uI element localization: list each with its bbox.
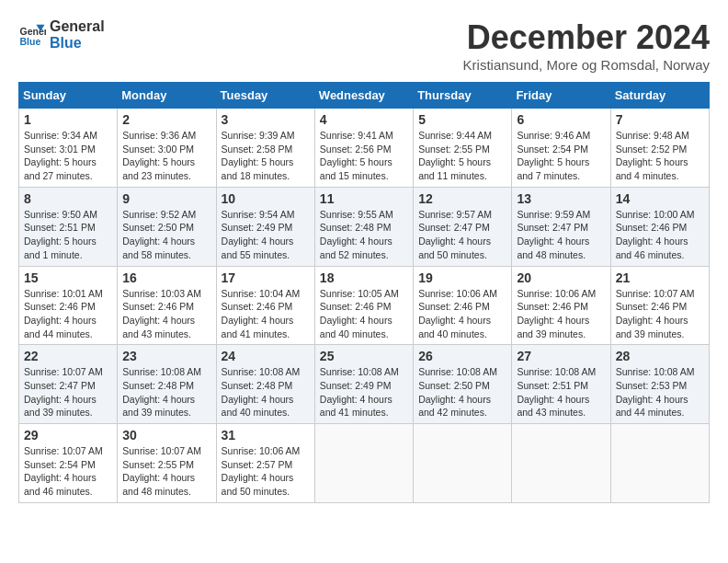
day-info: Sunrise: 9:44 AM Sunset: 2:55 PM Dayligh… [418,129,506,183]
sunset-label: Sunset: 2:46 PM [222,301,293,312]
sunrise-label: Sunrise: 9:44 AM [418,130,492,141]
day-number: 4 [320,112,408,127]
day-info: Sunrise: 9:39 AM Sunset: 2:58 PM Dayligh… [222,129,310,183]
daylight-label: Daylight: 4 hours and 39 minutes. [24,394,97,419]
day-number: 17 [222,270,310,285]
calendar-cell: 12 Sunrise: 9:57 AM Sunset: 2:47 PM Dayl… [414,187,512,266]
sunset-label: Sunset: 3:00 PM [122,144,194,155]
sunrise-label: Sunrise: 10:03 AM [122,288,201,299]
daylight-label: Daylight: 4 hours and 40 minutes. [320,315,392,339]
weekday-header-wednesday: Wednesday [314,83,413,109]
day-info: Sunrise: 10:07 AM Sunset: 2:46 PM Daylig… [616,287,704,341]
calendar-cell: 11 Sunrise: 9:55 AM Sunset: 2:48 PM Dayl… [314,187,413,266]
page-header: General Blue General Blue December 2024 … [18,18,710,73]
daylight-label: Daylight: 4 hours and 46 minutes. [616,236,688,260]
sunset-label: Sunset: 2:47 PM [418,222,490,233]
weekday-header-monday: Monday [118,83,216,109]
calendar-cell: 5 Sunrise: 9:44 AM Sunset: 2:55 PM Dayli… [414,109,512,188]
sunset-label: Sunset: 2:54 PM [24,459,96,470]
day-number: 30 [122,428,210,442]
sunset-label: Sunset: 2:52 PM [616,144,688,155]
day-info: Sunrise: 10:01 AM Sunset: 2:46 PM Daylig… [24,287,112,341]
day-info: Sunrise: 10:07 AM Sunset: 2:55 PM Daylig… [122,444,210,499]
calendar-cell: 28 Sunrise: 10:08 AM Sunset: 2:53 PM Day… [610,345,709,424]
daylight-label: Daylight: 4 hours and 41 minutes. [222,315,294,339]
day-number: 28 [616,349,704,363]
day-info: Sunrise: 10:06 AM Sunset: 2:46 PM Daylig… [418,287,506,341]
day-number: 7 [616,112,704,127]
sunrise-label: Sunrise: 10:07 AM [616,288,695,299]
day-number: 11 [320,191,408,206]
weekday-header-tuesday: Tuesday [216,83,314,109]
sunrise-label: Sunrise: 10:05 AM [320,288,399,299]
calendar-cell: 13 Sunrise: 9:59 AM Sunset: 2:47 PM Dayl… [512,187,610,266]
calendar-cell: 19 Sunrise: 10:06 AM Sunset: 2:46 PM Day… [414,266,512,345]
sunset-label: Sunset: 2:58 PM [222,144,293,155]
daylight-label: Daylight: 5 hours and 23 minutes. [122,156,195,181]
day-number: 1 [24,112,112,127]
weekday-header-sunday: Sunday [19,83,118,109]
calendar-cell: 18 Sunrise: 10:05 AM Sunset: 2:46 PM Day… [314,266,413,345]
day-number: 2 [122,112,210,127]
day-number: 12 [418,191,506,206]
sunset-label: Sunset: 2:55 PM [418,144,490,155]
daylight-label: Daylight: 5 hours and 15 minutes. [320,156,392,181]
day-info: Sunrise: 10:06 AM Sunset: 2:57 PM Daylig… [222,444,310,499]
day-info: Sunrise: 10:08 AM Sunset: 2:49 PM Daylig… [320,365,408,419]
calendar-table: SundayMondayTuesdayWednesdayThursdayFrid… [18,82,710,503]
calendar-cell [314,424,413,503]
sunset-label: Sunset: 2:46 PM [122,301,194,312]
sunrise-label: Sunrise: 9:59 AM [517,209,590,220]
sunrise-label: Sunrise: 9:41 AM [320,130,393,141]
sunrise-label: Sunrise: 10:08 AM [222,366,301,377]
sunrise-label: Sunrise: 9:57 AM [418,209,492,220]
day-info: Sunrise: 9:41 AM Sunset: 2:56 PM Dayligh… [320,129,408,183]
day-info: Sunrise: 10:07 AM Sunset: 2:54 PM Daylig… [24,444,112,499]
day-number: 19 [418,270,506,285]
day-info: Sunrise: 9:46 AM Sunset: 2:54 PM Dayligh… [517,129,605,183]
title-section: December 2024 Kristiansund, More og Roms… [463,18,710,73]
sunset-label: Sunset: 2:47 PM [24,380,96,391]
day-info: Sunrise: 9:36 AM Sunset: 3:00 PM Dayligh… [122,129,210,183]
sunrise-label: Sunrise: 10:08 AM [616,366,695,377]
day-info: Sunrise: 10:08 AM Sunset: 2:51 PM Daylig… [517,365,605,419]
sunrise-label: Sunrise: 9:39 AM [222,130,295,141]
day-info: Sunrise: 10:08 AM Sunset: 2:53 PM Daylig… [616,365,704,419]
calendar-cell: 14 Sunrise: 10:00 AM Sunset: 2:46 PM Day… [610,187,709,266]
sunset-label: Sunset: 2:46 PM [320,301,392,312]
sunrise-label: Sunrise: 10:08 AM [517,366,596,377]
day-info: Sunrise: 9:55 AM Sunset: 2:48 PM Dayligh… [320,208,408,262]
sunset-label: Sunset: 2:47 PM [517,222,588,233]
sunrise-label: Sunrise: 9:34 AM [24,130,97,141]
day-info: Sunrise: 10:04 AM Sunset: 2:46 PM Daylig… [222,287,310,341]
calendar-cell: 23 Sunrise: 10:08 AM Sunset: 2:48 PM Day… [118,345,216,424]
sunrise-label: Sunrise: 10:06 AM [517,288,596,299]
daylight-label: Daylight: 4 hours and 46 minutes. [24,472,97,497]
day-info: Sunrise: 9:57 AM Sunset: 2:47 PM Dayligh… [418,208,506,262]
day-info: Sunrise: 10:05 AM Sunset: 2:46 PM Daylig… [320,287,408,341]
calendar-week-1: 1 Sunrise: 9:34 AM Sunset: 3:01 PM Dayli… [19,109,710,188]
calendar-week-3: 15 Sunrise: 10:01 AM Sunset: 2:46 PM Day… [19,266,710,345]
day-info: Sunrise: 9:50 AM Sunset: 2:51 PM Dayligh… [24,208,112,262]
sunrise-label: Sunrise: 10:04 AM [222,288,301,299]
sunset-label: Sunset: 2:48 PM [122,380,194,391]
sunset-label: Sunset: 2:54 PM [517,144,588,155]
day-info: Sunrise: 10:08 AM Sunset: 2:50 PM Daylig… [418,365,506,419]
day-number: 20 [517,270,605,285]
sunrise-label: Sunrise: 10:07 AM [24,445,103,456]
daylight-label: Daylight: 5 hours and 7 minutes. [517,156,589,181]
calendar-cell: 10 Sunrise: 9:54 AM Sunset: 2:49 PM Dayl… [216,187,314,266]
daylight-label: Daylight: 4 hours and 44 minutes. [616,394,688,419]
day-number: 18 [320,270,408,285]
daylight-label: Daylight: 5 hours and 11 minutes. [418,156,491,181]
logo-line1: General [50,18,105,35]
daylight-label: Daylight: 4 hours and 43 minutes. [517,394,589,419]
day-number: 16 [122,270,210,285]
sunset-label: Sunset: 3:01 PM [24,144,96,155]
sunrise-label: Sunrise: 9:36 AM [122,130,196,141]
day-info: Sunrise: 10:06 AM Sunset: 2:46 PM Daylig… [517,287,605,341]
weekday-header-thursday: Thursday [414,83,512,109]
sunset-label: Sunset: 2:49 PM [222,222,293,233]
sunrise-label: Sunrise: 9:48 AM [616,130,689,141]
sunrise-label: Sunrise: 10:08 AM [418,366,497,377]
